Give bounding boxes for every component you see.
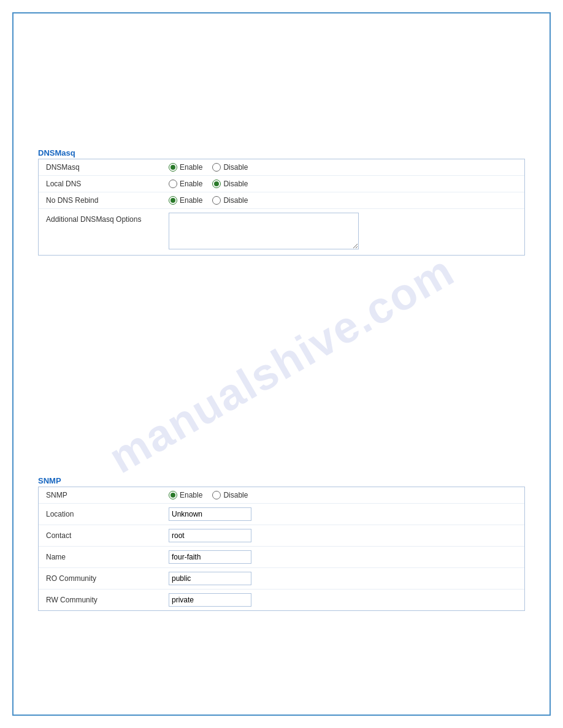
- nodnsrebind-disable-group[interactable]: Disable: [212, 196, 248, 205]
- snmp-enable-group[interactable]: Enable: [169, 491, 202, 499]
- localdns-label: Local DNS: [46, 180, 169, 188]
- snmp-toggle-controls: Enable Disable: [169, 491, 248, 499]
- contact-row: Contact: [39, 525, 524, 547]
- localdns-enable-radio[interactable]: [169, 180, 177, 188]
- snmp-section: SNMP SNMP Enable Disabl: [38, 476, 525, 611]
- ro-community-input[interactable]: [169, 572, 251, 585]
- dnsmasq-title-bar: DNSMasq: [38, 148, 525, 157]
- localdns-disable-group[interactable]: Disable: [212, 180, 248, 188]
- snmp-toggle-row: SNMP Enable Disable: [39, 487, 524, 504]
- localdns-disable-radio[interactable]: [212, 180, 221, 188]
- nodnsrebind-enable-label: Enable: [180, 196, 202, 205]
- localdns-row: Local DNS Enable Disable: [39, 176, 524, 192]
- dnsmasq-enable-group[interactable]: Enable: [169, 163, 202, 172]
- ro-community-label: RO Community: [46, 574, 169, 583]
- localdns-enable-group[interactable]: Enable: [169, 180, 202, 188]
- name-label: Name: [46, 553, 169, 561]
- snmp-enable-label: Enable: [180, 491, 202, 499]
- nodnsrebind-label: No DNS Rebind: [46, 196, 169, 205]
- nodnsrebind-disable-radio[interactable]: [212, 196, 221, 205]
- snmp-title-bar: SNMP: [38, 476, 525, 485]
- name-row: Name: [39, 547, 524, 568]
- ro-community-row: RO Community: [39, 568, 524, 590]
- additional-options-row: Additional DNSMasq Options: [39, 209, 524, 255]
- nodnsrebind-enable-radio[interactable]: [169, 196, 177, 205]
- rw-community-input[interactable]: [169, 593, 251, 607]
- snmp-toggle-label: SNMP: [46, 491, 169, 499]
- dnsmasq-enable-radio[interactable]: [169, 163, 177, 172]
- rw-community-label: RW Community: [46, 596, 169, 604]
- dnsmasq-disable-radio[interactable]: [212, 163, 221, 172]
- localdns-enable-label: Enable: [180, 180, 202, 188]
- rw-community-row: RW Community: [39, 590, 524, 610]
- localdns-disable-label: Disable: [223, 180, 248, 188]
- content-wrapper: manualshive.com DNSMasq DNSMasq Enable: [13, 13, 550, 715]
- nodnsrebind-enable-group[interactable]: Enable: [169, 196, 202, 205]
- sections-container: DNSMasq DNSMasq Enable: [38, 26, 525, 611]
- dnsmasq-section: DNSMasq DNSMasq Enable: [38, 148, 525, 256]
- location-label: Location: [46, 510, 169, 518]
- additional-options-label: Additional DNSMasq Options: [46, 213, 169, 224]
- localdns-controls: Enable Disable: [169, 180, 248, 188]
- dnsmasq-label: DNSMasq: [46, 163, 169, 172]
- snmp-disable-group[interactable]: Disable: [212, 491, 248, 499]
- snmp-title: SNMP: [38, 476, 61, 487]
- dnsmasq-table: DNSMasq Enable Disable: [38, 159, 525, 256]
- dnsmasq-controls: Enable Disable: [169, 163, 248, 172]
- nodnsrebind-controls: Enable Disable: [169, 196, 248, 205]
- dnsmasq-enable-label: Enable: [180, 163, 202, 172]
- name-input[interactable]: [169, 550, 251, 564]
- contact-input[interactable]: [169, 529, 251, 542]
- page-border: manualshive.com DNSMasq DNSMasq Enable: [12, 12, 551, 716]
- dnsmasq-title: DNSMasq: [38, 148, 75, 159]
- snmp-enable-radio[interactable]: [169, 491, 177, 499]
- contact-label: Contact: [46, 531, 169, 540]
- additional-options-textarea[interactable]: [169, 213, 359, 249]
- nodnsrebind-row: No DNS Rebind Enable Disable: [39, 192, 524, 209]
- additional-options-control: [169, 213, 359, 251]
- dnsmasq-row: DNSMasq Enable Disable: [39, 159, 524, 176]
- nodnsrebind-disable-label: Disable: [223, 196, 248, 205]
- location-input[interactable]: [169, 507, 251, 521]
- snmp-table: SNMP Enable Disable: [38, 487, 525, 611]
- dnsmasq-disable-group[interactable]: Disable: [212, 163, 248, 172]
- snmp-disable-radio[interactable]: [212, 491, 221, 499]
- dnsmasq-disable-label: Disable: [223, 163, 248, 172]
- location-row: Location: [39, 504, 524, 525]
- snmp-disable-label: Disable: [223, 491, 248, 499]
